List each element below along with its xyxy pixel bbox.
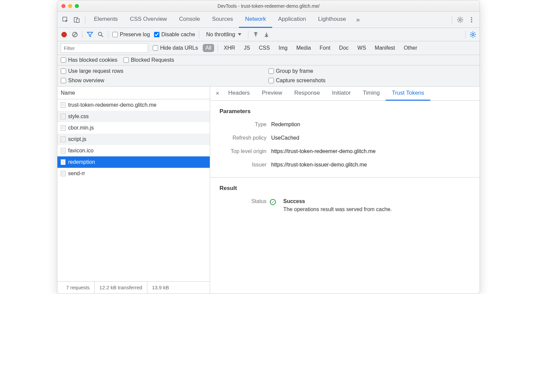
filter-type-other[interactable]: Other (401, 44, 420, 52)
filter-type-ws[interactable]: WS (355, 44, 369, 52)
file-icon (61, 125, 65, 131)
kebab-menu-icon[interactable] (466, 14, 477, 25)
filter-type-all[interactable]: All (203, 44, 214, 52)
request-row[interactable]: script.js (57, 134, 210, 145)
request-row[interactable]: favicon.ico (57, 145, 210, 156)
name-column-header[interactable]: Name (57, 87, 210, 99)
show-overview-checkbox[interactable]: Show overview (61, 78, 268, 84)
detail-panel: × HeadersPreviewResponseInitiatorTimingT… (210, 87, 480, 293)
options-row: Use large request rows Group by frame Sh… (57, 65, 480, 87)
use-large-rows-checkbox[interactable]: Use large request rows (61, 68, 268, 74)
status-label: Status (219, 198, 266, 204)
filter-type-img[interactable]: Img (276, 44, 290, 52)
blocked-requests-label: Blocked Requests (131, 57, 174, 63)
throttling-label: No throttling (206, 32, 235, 38)
throttling-select[interactable]: No throttling (203, 32, 244, 38)
filter-type-doc[interactable]: Doc (336, 44, 351, 52)
file-icon (61, 114, 65, 119)
disable-cache-checkbox[interactable]: Disable cache (154, 32, 195, 38)
svg-line-10 (101, 35, 103, 37)
tab-console[interactable]: Console (173, 12, 206, 28)
record-button[interactable] (61, 31, 67, 38)
detail-tab-initiator[interactable]: Initiator (326, 87, 357, 101)
disable-cache-label: Disable cache (161, 32, 195, 38)
request-name: trust-token-redeemer-demo.glitch.me (68, 102, 156, 108)
settings-icon[interactable] (455, 14, 466, 25)
requests-count: 7 requests (61, 282, 95, 293)
detail-tab-timing[interactable]: Timing (357, 87, 386, 101)
window-minimize[interactable] (68, 4, 72, 8)
filter-type-css[interactable]: CSS (256, 44, 273, 52)
filter-type-font[interactable]: Font (317, 44, 333, 52)
use-large-rows-label: Use large request rows (68, 68, 124, 74)
hide-data-urls-label: Hide data URLs (160, 45, 198, 51)
preserve-log-checkbox[interactable]: Preserve log (112, 32, 150, 38)
filter-type-xhr[interactable]: XHR (221, 44, 238, 52)
svg-point-13 (472, 34, 474, 36)
blocked-requests-checkbox[interactable]: Blocked Requests (124, 57, 174, 63)
tabs-overflow[interactable]: » (353, 16, 363, 23)
detail-tabs: × HeadersPreviewResponseInitiatorTimingT… (210, 87, 480, 101)
svg-point-6 (471, 21, 472, 22)
detail-tab-headers[interactable]: Headers (222, 87, 256, 101)
param-value: UseCached (271, 135, 470, 141)
filter-type-manifest[interactable]: Manifest (372, 44, 398, 52)
main-tabs: ElementsCSS OverviewConsoleSourcesNetwor… (57, 12, 480, 28)
show-overview-label: Show overview (68, 78, 104, 84)
request-row[interactable]: style.css (57, 111, 210, 122)
param-key: Type (219, 121, 266, 128)
svg-point-9 (98, 32, 102, 36)
blocked-row: Has blocked cookies Blocked Requests (57, 55, 480, 65)
detail-tab-preview[interactable]: Preview (256, 87, 288, 101)
file-icon (61, 137, 65, 142)
detail-tab-response[interactable]: Response (288, 87, 326, 101)
tab-network[interactable]: Network (239, 12, 272, 28)
capture-screenshots-checkbox[interactable]: Capture screenshots (268, 78, 476, 84)
status-detail: The operations result was served from ca… (283, 206, 470, 212)
window-title: DevTools - trust-token-redeemer-demo.gli… (57, 3, 480, 9)
tab-sources[interactable]: Sources (206, 12, 239, 28)
search-icon[interactable] (97, 31, 104, 38)
device-toggle-icon[interactable] (71, 14, 82, 25)
tab-elements[interactable]: Elements (88, 12, 124, 28)
tab-lighthouse[interactable]: Lighthouse (312, 12, 352, 28)
network-settings-icon[interactable] (470, 31, 476, 38)
param-key: Refresh policy (219, 135, 266, 141)
filter-type-media[interactable]: Media (294, 44, 314, 52)
chevron-down-icon (238, 33, 241, 36)
filter-input[interactable] (61, 43, 148, 53)
window-close[interactable] (61, 4, 65, 8)
success-check-icon: ✓ (270, 199, 276, 205)
request-name: send-rr (68, 170, 85, 177)
group-by-frame-checkbox[interactable]: Group by frame (268, 68, 476, 74)
param-value: https://trust-token-redeemer-demo.glitch… (271, 148, 470, 154)
transferred-size: 12.2 kB transferred (95, 282, 147, 293)
inspect-icon[interactable] (60, 14, 71, 25)
request-row[interactable]: send-rr (57, 168, 210, 179)
request-row[interactable]: cbor.min.js (57, 122, 210, 134)
svg-point-5 (471, 19, 472, 20)
request-row[interactable]: trust-token-redeemer-demo.glitch.me (57, 99, 210, 111)
has-blocked-cookies-label: Has blocked cookies (68, 57, 117, 63)
preserve-log-label: Preserve log (120, 32, 150, 38)
hide-data-urls-checkbox[interactable]: Hide data URLs (153, 45, 198, 51)
clear-icon[interactable] (71, 31, 78, 38)
resources-size: 13.9 kB (147, 282, 174, 293)
tab-application[interactable]: Application (272, 12, 312, 28)
detail-tab-trust-tokens[interactable]: Trust Tokens (386, 87, 430, 101)
filter-row: Hide data URLs AllXHRJSCSSImgMediaFontDo… (57, 41, 480, 55)
window-zoom[interactable] (75, 4, 79, 8)
has-blocked-cookies-checkbox[interactable]: Has blocked cookies (61, 57, 117, 63)
filter-type-js[interactable]: JS (241, 44, 253, 52)
request-name: cbor.min.js (68, 125, 94, 131)
filter-icon[interactable] (87, 31, 93, 38)
param-key: Top level origin (219, 148, 266, 154)
download-har-icon[interactable] (263, 31, 270, 38)
request-row[interactable]: redemption (57, 156, 210, 168)
tab-css-overview[interactable]: CSS Overview (124, 12, 173, 28)
close-detail-icon[interactable]: × (213, 90, 222, 97)
request-name: redemption (68, 159, 95, 165)
parameters-title: Parameters (219, 108, 470, 115)
upload-har-icon[interactable] (252, 31, 259, 38)
svg-line-8 (73, 33, 77, 36)
